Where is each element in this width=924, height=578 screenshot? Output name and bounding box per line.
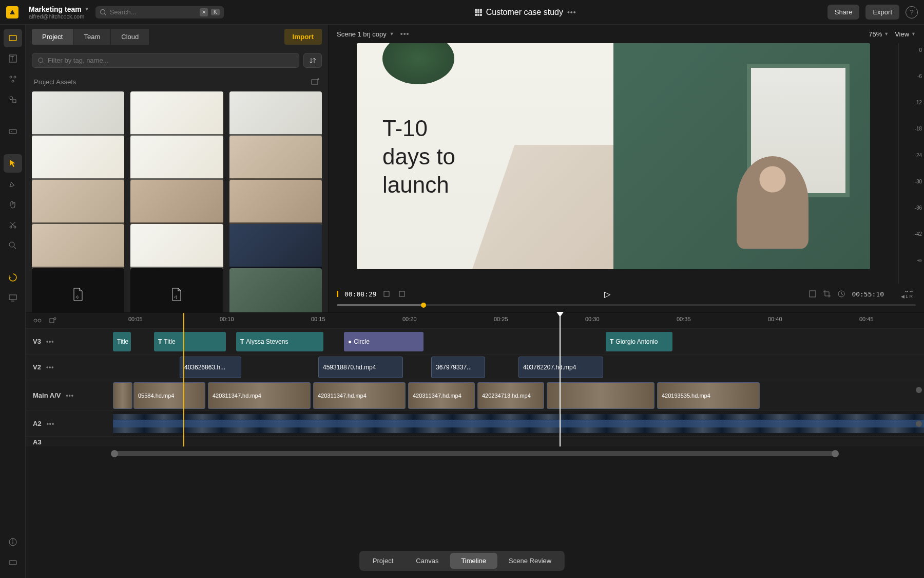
tl-tool-icon[interactable] <box>33 316 42 325</box>
doc-more-icon[interactable]: ••• <box>567 8 576 16</box>
search-icon <box>37 57 45 64</box>
scene-dropdown[interactable]: Scene 1 brj copy▼ <box>337 30 394 38</box>
playhead-yellow[interactable] <box>183 313 184 446</box>
chevron-down-icon: ▼ <box>85 7 89 12</box>
play-button[interactable]: ▷ <box>604 289 610 299</box>
ruler-tick: 00:25 <box>494 316 508 322</box>
rail-shapes-icon[interactable] <box>4 90 22 109</box>
timeline-clip[interactable]: 367979337... <box>431 357 485 378</box>
timeline-hscroll[interactable] <box>113 451 837 456</box>
timeline-clip[interactable] <box>547 382 654 409</box>
filter-input[interactable] <box>48 57 294 64</box>
asset-item-audio[interactable]: ♪) <box>130 268 223 312</box>
timeline-clip[interactable]: Title <box>113 332 131 351</box>
vscroll-handle[interactable] <box>916 421 922 427</box>
track-main[interactable]: 05584.hd.mp4420311347.hd.mp4420311347.hd… <box>113 380 924 411</box>
view-dropdown[interactable]: View▼ <box>895 30 916 38</box>
timeline-clip[interactable]: 420311347.hd.mp4 <box>313 382 406 409</box>
rail-history-icon[interactable] <box>4 268 22 287</box>
marker-in-icon[interactable] <box>383 290 391 298</box>
export-button[interactable]: Export <box>865 5 899 20</box>
rail-text-icon[interactable]: T <box>4 49 22 68</box>
track-v3[interactable]: TitleTTitleTAlyssa Stevens●CircleTGiorgi… <box>113 329 924 354</box>
document-title[interactable]: Customer case study <box>486 8 563 17</box>
preview-canvas[interactable]: T-10days tolaunch <box>357 43 870 269</box>
rail-select-icon[interactable] <box>4 154 22 173</box>
global-search[interactable]: ✕ K <box>95 6 224 18</box>
tab-team[interactable]: Team <box>73 29 110 45</box>
search-input[interactable] <box>110 8 197 16</box>
timeline-clip[interactable]: 420234713.hd.mp4 <box>477 382 544 409</box>
rail-hand-icon[interactable] <box>4 195 22 214</box>
timeline-clip[interactable]: ●Circle <box>344 332 424 351</box>
track-more-icon[interactable]: ••• <box>47 420 55 427</box>
clock-icon[interactable] <box>837 290 845 298</box>
waveform <box>113 414 924 433</box>
asset-item[interactable] <box>229 268 322 312</box>
zoom-dropdown[interactable]: 75%▼ <box>869 30 889 38</box>
track-more-icon[interactable]: ••• <box>66 392 74 399</box>
team-switcher[interactable]: Marketing team▼ alfred@hitchcock.com <box>29 5 89 20</box>
ruler-tick: 00:20 <box>402 316 417 322</box>
timeline-clip[interactable]: 403626863.h... <box>180 357 241 378</box>
new-folder-icon[interactable] <box>311 77 320 86</box>
sort-button[interactable] <box>303 53 322 68</box>
track-a3[interactable] <box>113 437 924 446</box>
timeline-clip[interactable]: TGiorgio Antonio <box>606 332 672 351</box>
timeline-ruler[interactable]: 00:0500:1000:1500:2000:2500:3000:3500:40… <box>113 313 924 328</box>
app-logo[interactable] <box>6 6 18 18</box>
tab-cloud[interactable]: Cloud <box>110 29 149 45</box>
rail-pen-icon[interactable] <box>4 175 22 193</box>
playhead-white[interactable] <box>560 313 561 446</box>
ruler-tick: 00:40 <box>768 316 782 322</box>
hscroll-handle-left[interactable] <box>111 450 118 457</box>
help-icon[interactable]: ? <box>906 6 918 18</box>
crop-icon[interactable] <box>823 290 831 298</box>
audio-file-icon: ♪) <box>72 288 84 301</box>
tab-project[interactable]: Project <box>32 29 73 45</box>
import-button[interactable]: Import <box>284 29 322 45</box>
scene-more-icon[interactable]: ••• <box>400 30 410 38</box>
marker-out-icon[interactable] <box>397 290 406 298</box>
rail-captions-icon[interactable] <box>4 122 22 141</box>
rail-effects-icon[interactable] <box>4 70 22 88</box>
track-a2[interactable] <box>113 411 924 436</box>
hscroll-handle-right[interactable] <box>832 450 839 457</box>
ruler-tick: 00:10 <box>220 316 234 322</box>
share-button[interactable]: Share <box>827 5 860 20</box>
grid-icon[interactable] <box>475 9 482 16</box>
timeline-clip[interactable]: 420311347.hd.mp4 <box>208 382 311 409</box>
btab-timeline[interactable]: Timeline <box>450 553 497 569</box>
track-more-icon[interactable]: ••• <box>46 338 54 345</box>
timeline-clip[interactable]: 420311347.hd.mp4 <box>408 382 475 409</box>
timeline-clip[interactable]: 459318870.hd.mp4 <box>318 357 403 378</box>
timeline-clip[interactable]: TAlyssa Stevens <box>236 332 323 351</box>
fit-icon[interactable] <box>808 290 817 298</box>
rail-info-icon[interactable] <box>4 533 22 551</box>
scrub-handle[interactable] <box>421 303 426 308</box>
asset-item-audio[interactable]: ♪) <box>32 268 124 312</box>
hscroll-thumb[interactable] <box>113 451 837 456</box>
track-v2[interactable]: 403626863.h...459318870.hd.mp4367979337.… <box>113 355 924 380</box>
db-tick: -6 <box>901 73 922 79</box>
timeline-clip[interactable]: TTitle <box>154 332 226 351</box>
scrubber[interactable] <box>337 304 916 306</box>
btab-canvas[interactable]: Canvas <box>405 553 450 569</box>
timeline-clip[interactable]: 403762207.hd.mp4 <box>518 357 603 378</box>
rail-zoom-icon[interactable] <box>4 236 22 255</box>
tl-tool2-icon[interactable] <box>48 316 57 325</box>
track-more-icon[interactable]: ••• <box>46 364 54 371</box>
clear-search-icon[interactable]: ✕ <box>200 8 208 16</box>
db-tick: -24 <box>901 153 922 158</box>
timeline-clip[interactable] <box>113 382 132 409</box>
rail-keyboard-icon[interactable] <box>4 553 22 572</box>
btab-project[interactable]: Project <box>361 553 405 569</box>
rail-media-icon[interactable] <box>4 29 22 47</box>
rail-cut-icon[interactable] <box>4 216 22 234</box>
btab-scene-review[interactable]: Scene Review <box>497 553 563 569</box>
rail-present-icon[interactable] <box>4 289 22 307</box>
timeline-clip[interactable]: 420193535.hd.mp4 <box>657 382 760 409</box>
filter-input-wrap[interactable] <box>32 53 299 68</box>
timeline-clip[interactable]: 05584.hd.mp4 <box>133 382 205 409</box>
db-tick: 0 <box>901 47 922 53</box>
